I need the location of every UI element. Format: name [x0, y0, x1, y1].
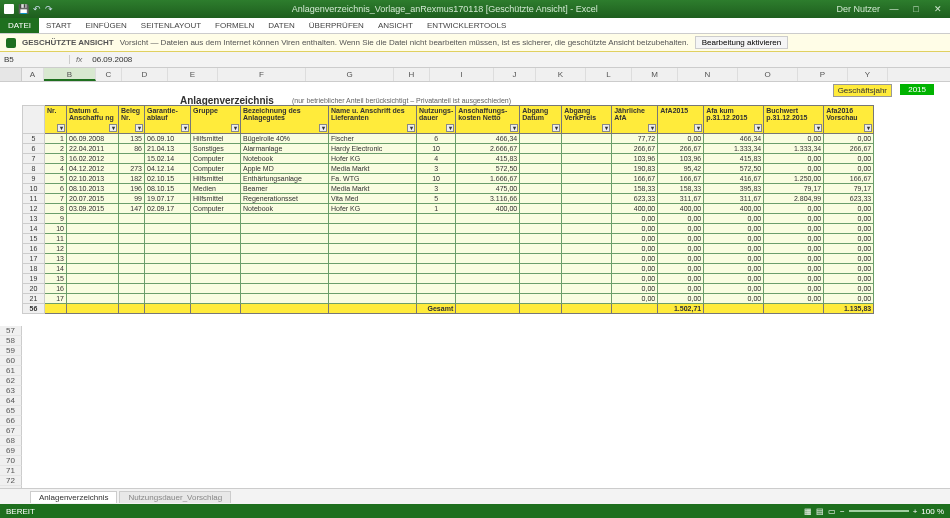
col-header-G[interactable]: G [306, 68, 394, 81]
cell[interactable]: 0,00 [764, 274, 824, 284]
cell[interactable]: 0,00 [704, 224, 764, 234]
cell[interactable]: 0,00 [764, 164, 824, 174]
cell[interactable]: 0,00 [824, 204, 874, 214]
row-header[interactable]: 21 [23, 294, 45, 304]
cell[interactable] [704, 304, 764, 314]
cell[interactable] [145, 214, 191, 224]
cell[interactable]: 1.502,71 [658, 304, 704, 314]
cell[interactable] [562, 174, 612, 184]
cell[interactable]: 0,00 [658, 214, 704, 224]
cell[interactable]: 08.10.15 [145, 184, 191, 194]
cell[interactable]: 0,00 [658, 134, 704, 144]
row-header[interactable]: 64 [0, 396, 22, 406]
cell[interactable]: 0,00 [658, 244, 704, 254]
cell[interactable]: 21.04.13 [145, 144, 191, 154]
cell[interactable]: Computer [191, 154, 241, 164]
ribbon-tab-seitenlayout[interactable]: SEITENLAYOUT [134, 19, 208, 32]
cell[interactable]: Medien [191, 184, 241, 194]
cell[interactable] [67, 304, 119, 314]
cell[interactable] [67, 214, 119, 224]
cell[interactable]: 0,00 [658, 254, 704, 264]
cell[interactable] [241, 234, 329, 244]
cell[interactable] [456, 244, 520, 254]
cell[interactable] [562, 164, 612, 174]
filter-dropdown-icon[interactable]: ▾ [602, 124, 610, 132]
cell[interactable] [562, 134, 612, 144]
cell[interactable]: 0,00 [824, 294, 874, 304]
cell[interactable]: 147 [119, 204, 145, 214]
cell[interactable] [191, 274, 241, 284]
cell[interactable]: 400,00 [612, 204, 658, 214]
cell[interactable] [520, 264, 562, 274]
cell[interactable]: Alarmanlage [241, 144, 329, 154]
cell[interactable] [520, 184, 562, 194]
cell[interactable]: 06.09.10 [145, 134, 191, 144]
cell[interactable]: 273 [119, 164, 145, 174]
col-header-D[interactable]: D [122, 68, 168, 81]
cell[interactable] [520, 204, 562, 214]
cell[interactable]: Hofer KG [329, 204, 417, 214]
cell[interactable] [562, 194, 612, 204]
cell[interactable] [145, 224, 191, 234]
ribbon-tab-entwicklertools[interactable]: ENTWICKLERTOOLS [420, 19, 513, 32]
cell[interactable] [119, 274, 145, 284]
cell[interactable] [67, 244, 119, 254]
cell[interactable]: 16.02.2012 [67, 154, 119, 164]
cell[interactable]: 400,00 [456, 204, 520, 214]
row-header[interactable]: 62 [0, 376, 22, 386]
view-break-icon[interactable]: ▭ [828, 507, 836, 516]
cell[interactable] [562, 224, 612, 234]
cell[interactable] [329, 264, 417, 274]
cell[interactable] [119, 304, 145, 314]
cell[interactable]: 0,00 [824, 154, 874, 164]
cell[interactable]: 166,67 [612, 174, 658, 184]
cell[interactable]: 86 [119, 144, 145, 154]
cell[interactable] [520, 164, 562, 174]
row-header[interactable]: 20 [23, 284, 45, 294]
row-header[interactable]: 15 [23, 234, 45, 244]
cell[interactable]: 13 [45, 254, 67, 264]
col-header-E[interactable]: E [168, 68, 218, 81]
row-header[interactable]: 60 [0, 356, 22, 366]
cell[interactable] [329, 214, 417, 224]
cell[interactable]: 2.666,67 [456, 144, 520, 154]
row-header[interactable]: 57 [0, 326, 22, 336]
row-header[interactable]: 58 [0, 336, 22, 346]
col-header-F[interactable]: F [218, 68, 306, 81]
row-header[interactable]: 5 [23, 134, 45, 144]
cell[interactable]: 0,00 [704, 274, 764, 284]
cell[interactable] [329, 224, 417, 234]
cell[interactable] [241, 284, 329, 294]
cell[interactable] [520, 214, 562, 224]
ribbon-tab-formeln[interactable]: FORMELN [208, 19, 261, 32]
row-header[interactable]: 10 [23, 184, 45, 194]
cell[interactable] [145, 244, 191, 254]
cell[interactable]: 0,00 [764, 244, 824, 254]
cell[interactable]: 0,00 [824, 264, 874, 274]
cell[interactable]: 0,00 [764, 154, 824, 164]
cell[interactable]: 0,00 [612, 254, 658, 264]
cell[interactable]: Regenerationsset [241, 194, 329, 204]
col-header-P[interactable]: P [798, 68, 848, 81]
cell[interactable]: 196 [119, 184, 145, 194]
cell[interactable] [520, 304, 562, 314]
cell[interactable]: 103,96 [612, 154, 658, 164]
cell[interactable]: 02.10.15 [145, 174, 191, 184]
filter-dropdown-icon[interactable]: ▾ [109, 124, 117, 132]
cell[interactable]: 416,67 [704, 174, 764, 184]
row-header[interactable]: 16 [23, 244, 45, 254]
sheet-tab-other[interactable]: Nutzungsdauer_Vorschlag [119, 491, 231, 503]
cell[interactable] [191, 224, 241, 234]
undo-icon[interactable]: ↶ [33, 4, 41, 14]
cell[interactable]: 0,00 [764, 284, 824, 294]
cell[interactable] [119, 284, 145, 294]
cell[interactable] [67, 264, 119, 274]
zoom-level[interactable]: 100 % [921, 507, 944, 516]
cell[interactable]: 7 [45, 194, 67, 204]
cell[interactable]: 0,00 [704, 264, 764, 274]
cell[interactable] [417, 214, 456, 224]
file-tab[interactable]: DATEI [0, 18, 39, 33]
formula-input[interactable]: 06.09.2008 [88, 55, 950, 64]
cell[interactable]: 5 [45, 174, 67, 184]
cell[interactable]: 158,33 [612, 184, 658, 194]
